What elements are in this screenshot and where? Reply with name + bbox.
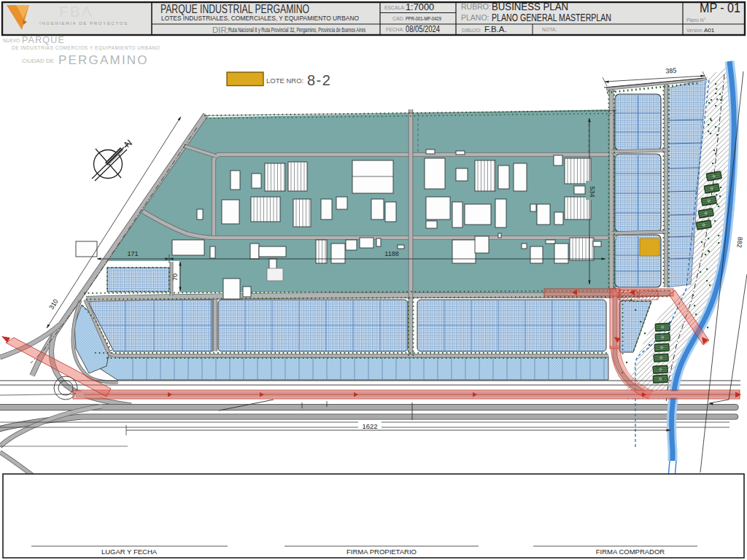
svg-text:LOTE NRO:: LOTE NRO: xyxy=(266,77,303,85)
svg-text:Version: Version xyxy=(686,28,703,33)
svg-text:NOTA:: NOTA: xyxy=(542,27,557,32)
svg-text:DE INDUSTRIAS COMERCIOS Y EQUI: DE INDUSTRIAS COMERCIOS Y EQUIPAMIENTO U… xyxy=(12,45,160,51)
svg-text:08/05/2024: 08/05/2024 xyxy=(406,23,440,34)
svg-text:RUBRO:: RUBRO: xyxy=(461,2,491,11)
svg-text:FIRMA COMPRADOR: FIRMA COMPRADOR xyxy=(596,548,665,556)
svg-text:DIBUJO:: DIBUJO: xyxy=(462,28,481,33)
svg-text:PARQUE: PARQUE xyxy=(22,35,65,45)
svg-text:534: 534 xyxy=(589,186,596,197)
svg-text:LUGAR Y FECHA: LUGAR Y FECHA xyxy=(101,548,158,556)
svg-text:PERGAMINO: PERGAMINO xyxy=(58,53,149,67)
svg-text:1188: 1188 xyxy=(384,250,398,257)
svg-text:PLANO GENERAL MASTERPLAN: PLANO GENERAL MASTERPLAN xyxy=(492,12,611,23)
svg-text:Ruta Nacional 8 y Ruta Provinc: Ruta Nacional 8 y Ruta Provincial 32, Pe… xyxy=(228,26,365,34)
svg-text:DIR:: DIR: xyxy=(212,26,229,34)
svg-text:PLANO:: PLANO: xyxy=(461,13,489,22)
svg-text:INGENIERIA DE PROYECTOS: INGENIERIA DE PROYECTOS xyxy=(39,20,128,26)
svg-text:FBΛ: FBΛ xyxy=(59,3,93,20)
svg-text:Plano N°: Plano N° xyxy=(686,18,705,23)
svg-text:ESCALA:: ESCALA: xyxy=(384,5,406,10)
svg-text:CAD:: CAD: xyxy=(392,16,404,21)
svg-text:LOTES INDUSTRIALES, COMERCIALE: LOTES INDUSTRIALES, COMERCIALES, Y EQUIP… xyxy=(161,14,359,22)
svg-text:70: 70 xyxy=(171,273,179,281)
svg-text:F.B.A.: F.B.A. xyxy=(484,25,507,34)
svg-text:882: 882 xyxy=(735,236,743,248)
svg-text:FIRMA PROPIETARIO: FIRMA PROPIETARIO xyxy=(347,548,417,556)
svg-text:CIUDAD DE: CIUDAD DE xyxy=(22,58,54,64)
svg-text:385: 385 xyxy=(665,67,677,75)
svg-text:BUSINESS PLAN: BUSINESS PLAN xyxy=(492,1,568,12)
svg-text:A01: A01 xyxy=(704,27,715,34)
svg-text:FECHA:: FECHA: xyxy=(386,27,404,32)
svg-text:MP - 01: MP - 01 xyxy=(700,1,740,15)
svg-text:171: 171 xyxy=(127,250,138,257)
svg-text:1:7000: 1:7000 xyxy=(406,1,434,12)
svg-text:8-2: 8-2 xyxy=(307,72,331,88)
svg-text:1622: 1622 xyxy=(362,422,377,430)
svg-text:PPR-001-MP-0429: PPR-001-MP-0429 xyxy=(406,15,441,22)
svg-text:NUEVO: NUEVO xyxy=(3,38,20,43)
